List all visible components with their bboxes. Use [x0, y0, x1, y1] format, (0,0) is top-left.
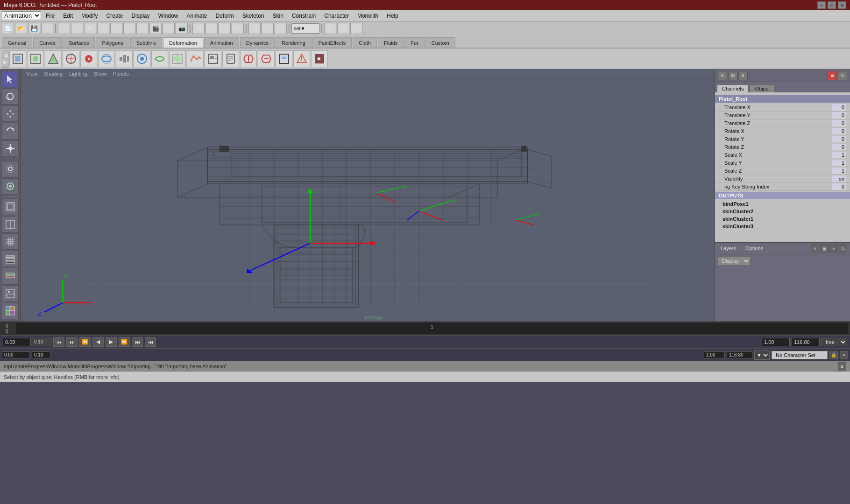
toolbar-attr[interactable]: ⚙	[248, 23, 261, 34]
status-lock-icon[interactable]: 🔒	[829, 351, 838, 359]
shelf-btn-11[interactable]	[187, 50, 204, 67]
tool-rotate[interactable]	[2, 123, 19, 139]
channel-value-keystr[interactable]: 0	[832, 183, 846, 190]
vp-menu-shading[interactable]: Shading	[41, 71, 65, 77]
menu-file[interactable]: File	[42, 11, 58, 21]
viewport-canvas[interactable]: Y X Z persp	[21, 78, 715, 321]
toolbar-ipr2[interactable]: ▢	[205, 23, 218, 34]
playback-end-frame[interactable]	[762, 338, 790, 346]
shelf-btn-1[interactable]	[9, 50, 26, 67]
maximize-button[interactable]: □	[828, 1, 836, 9]
playback-speed-dropdown[interactable]: free 1x 2x	[822, 338, 847, 346]
shelf-btn-9[interactable]	[151, 50, 168, 67]
menu-modify[interactable]: Modify	[78, 11, 101, 21]
menu-edit[interactable]: Edit	[59, 11, 77, 21]
tab-polygons[interactable]: Polygons	[96, 37, 129, 48]
playback-start-frame[interactable]	[3, 338, 31, 346]
toolbar-transform[interactable]: ↔	[275, 23, 287, 34]
menu-create[interactable]: Create	[102, 11, 127, 21]
toolbar-grid[interactable]: ⊞	[136, 23, 149, 34]
tab-custom[interactable]: Custom	[425, 37, 455, 48]
toolbar-question[interactable]: ?	[163, 23, 175, 34]
toolbar-batch[interactable]: ⊟	[219, 23, 231, 34]
menu-help[interactable]: Help	[383, 11, 402, 21]
channel-row-ty[interactable]: Translate Y 0	[715, 112, 850, 119]
status-speed-input[interactable]	[704, 351, 725, 359]
menu-skin[interactable]: Skin	[269, 11, 287, 21]
timeline-bar[interactable]: 1	[16, 323, 848, 334]
selection-input[interactable]	[291, 23, 319, 34]
channel-color-icon[interactable]: ■	[828, 71, 837, 80]
shelf-btn-3[interactable]	[45, 50, 62, 67]
toolbar-render[interactable]: 🎬	[149, 23, 162, 34]
minimize-button[interactable]: ─	[817, 1, 826, 9]
toolbar-lasso[interactable]: ⊙	[97, 23, 109, 34]
tool-display-mode[interactable]	[2, 199, 19, 215]
tool-select[interactable]	[2, 71, 19, 87]
toolbar-redo[interactable]: ↪	[71, 23, 83, 34]
playback-speed[interactable]	[792, 338, 820, 346]
menu-monolith[interactable]: Monolith	[354, 11, 382, 21]
playback-prev-frame[interactable]: ⏪	[79, 337, 91, 347]
toolbar-save[interactable]: 💾	[28, 23, 40, 34]
toolbar-channel[interactable]: ≡	[262, 23, 274, 34]
layers-next-icon[interactable]: »	[829, 244, 838, 252]
playback-play-forward[interactable]: ▶	[106, 337, 117, 347]
status-speed-arrow[interactable]: ▼	[754, 350, 770, 360]
tab-cloth[interactable]: Cloth	[353, 37, 377, 48]
tool-image[interactable]	[2, 286, 19, 302]
shelf-btn-2[interactable]	[27, 50, 44, 67]
tab-rendering[interactable]: Rendering	[276, 37, 312, 48]
menu-animate[interactable]: Animate	[183, 11, 211, 21]
tool-render-layer[interactable]	[2, 268, 19, 284]
status-frame-input2[interactable]	[32, 351, 50, 359]
status-frame-input[interactable]	[2, 351, 30, 359]
tab-subdivs[interactable]: Subdiv s	[130, 37, 162, 48]
shelf-btn-6[interactable]	[98, 50, 115, 67]
tab-fur[interactable]: Fur	[404, 37, 425, 48]
tool-scale[interactable]	[2, 140, 19, 157]
channel-row-vis[interactable]: Visibility on	[715, 175, 850, 183]
shelf-btn-8[interactable]	[134, 50, 150, 67]
status-speed-input2[interactable]	[727, 351, 752, 359]
status-expand-icon[interactable]: »	[840, 351, 848, 359]
playback-play-reverse[interactable]: ◀	[92, 337, 104, 347]
toolbar-export[interactable]: ⬆	[41, 23, 53, 34]
vp-menu-lighting[interactable]: Lighting	[66, 71, 90, 77]
vp-menu-view[interactable]: View	[23, 71, 40, 77]
tool-soft-mod[interactable]	[2, 178, 19, 195]
shelf-btn-12[interactable]	[205, 50, 221, 67]
playback-next-frame[interactable]: ⏩	[119, 337, 130, 347]
toolbar-layout1[interactable]: ⊟	[324, 23, 336, 34]
tab-general[interactable]: General	[2, 37, 32, 48]
shelf-btn-5[interactable]: ✕	[80, 50, 97, 67]
menu-deform[interactable]: Deform	[212, 11, 237, 21]
tool-layer-editor[interactable]	[2, 251, 19, 267]
toolbar-layout2[interactable]: ⊞	[337, 23, 349, 34]
channel-row-sy[interactable]: Scale Y 1	[715, 159, 850, 167]
channel-value-tx[interactable]: 0	[832, 104, 846, 111]
toolbar-undo[interactable]: ↩	[58, 23, 70, 34]
shelf-btn-18[interactable]: ■	[311, 50, 328, 67]
layers-tab-layers[interactable]: Layers	[718, 245, 739, 251]
tool-universal[interactable]	[2, 161, 19, 177]
playback-step-forward[interactable]: ⏭	[132, 337, 143, 347]
menu-window[interactable]: Window	[155, 11, 182, 21]
channel-row-tx[interactable]: Translate X 0	[715, 104, 850, 112]
channel-list-icon[interactable]: ⊞	[728, 71, 737, 80]
menu-skeleton[interactable]: Skeleton	[239, 11, 268, 21]
shelf-btn-14[interactable]	[240, 50, 257, 67]
toolbar-layout3[interactable]: ≡	[350, 23, 362, 34]
layers-display-dropdown[interactable]: Display Render Anim	[718, 256, 751, 266]
tab-curves[interactable]: Curves	[33, 37, 62, 48]
channel-row-ry[interactable]: Rotate Y 0	[715, 135, 850, 143]
channel-value-vis[interactable]: on	[832, 175, 846, 182]
shelf-btn-13[interactable]	[222, 50, 239, 67]
playback-step-back[interactable]: ⏭	[66, 337, 78, 347]
toolbar-flipbook[interactable]: 🎞	[232, 23, 244, 34]
toolbar-ipr[interactable]: ▣	[192, 23, 205, 34]
toolbar-open[interactable]: 📂	[15, 23, 27, 34]
close-button[interactable]: ✕	[838, 1, 846, 9]
channel-value-ty[interactable]: 0	[832, 112, 846, 119]
shelf-btn-16[interactable]	[276, 50, 292, 67]
